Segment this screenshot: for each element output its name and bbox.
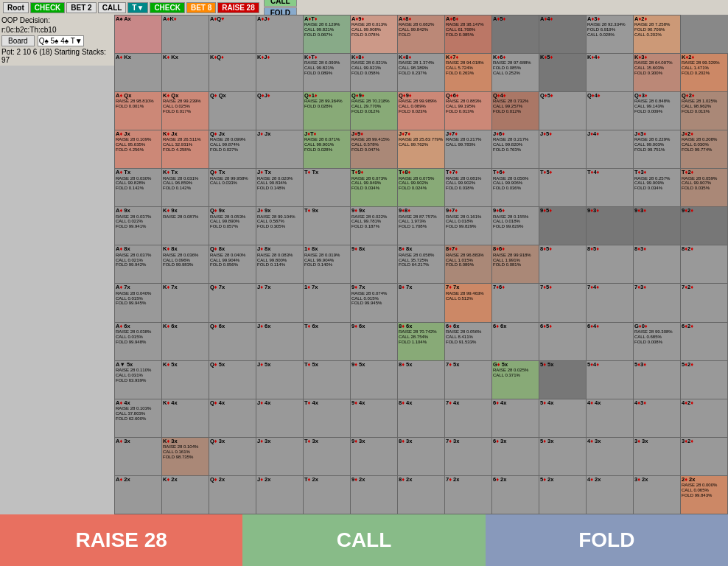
- table-cell-77s[interactable]: 7♦ 7x RAISE 28 99.463% CALL 0.512%: [445, 284, 492, 322]
- table-cell-65o[interactable]: G♦ 5x RAISE 28 0.025% CALL 0.371%: [492, 360, 539, 399]
- table-cell-Q8s[interactable]: Q♦9♦ RAISE 28 99.989% CALL 0.089% FOLD 0…: [398, 92, 445, 130]
- table-cell-K4o[interactable]: K♦ 4x: [162, 399, 209, 437]
- call-btn[interactable]: CALL: [98, 2, 127, 13]
- table-cell-T4s[interactable]: T♦4♦: [587, 169, 634, 207]
- table-cell-43s[interactable]: 4♦3♦: [634, 399, 681, 437]
- table-cell-53o[interactable]: 5♦ 3x: [539, 437, 587, 475]
- table-cell-KJs[interactable]: K♦J♦: [256, 54, 304, 92]
- table-cell-88s[interactable]: 8♦ 8x RAISE 28 0.058% CALL 35.725% FOLD …: [398, 245, 445, 284]
- table-cell-T3s[interactable]: T♦3♦ RAISE 28 0.257% CALL 99.909% FOLD 0…: [634, 169, 681, 207]
- table-cell-65s[interactable]: 6♦5♦: [539, 322, 587, 360]
- table-cell-T8s[interactable]: T♦8♦ RAISE 28 0.075% CALL 99.902% FOLD 0…: [398, 169, 445, 207]
- table-cell-AJs[interactable]: A♦J♦: [256, 15, 304, 54]
- table-cell-T5s[interactable]: T♦5♦: [539, 169, 587, 207]
- table-cell-A3s[interactable]: A♦2♦ RAISE 28 7.258% FOLD 90.706% CALL 0…: [634, 15, 681, 54]
- table-cell-K2s[interactable]: K♦2♦ RAISE 28 99.329% CALL 1.471% FOLD 0…: [681, 54, 728, 92]
- table-cell-94s[interactable]: 9♦3♦: [587, 207, 634, 245]
- table-cell-64o[interactable]: 6♦ 4x: [492, 399, 539, 437]
- table-cell-76o[interactable]: 6♦ 6x RAISE 28 0.056% CALL 8.411% FOLD 9…: [445, 322, 492, 360]
- table-cell-AKs[interactable]: A♠K♦: [162, 15, 209, 54]
- table-cell-K4s[interactable]: K♦4♦: [587, 54, 634, 92]
- table-cell-55s[interactable]: 5♦ 5x: [539, 360, 587, 399]
- table-cell-22s[interactable]: 2♦ 2x RAISE 28 0.000% CALL 0.065% FOLD 9…: [681, 475, 728, 514]
- table-cell-Ax-Ax[interactable]: A♠ Ax: [115, 15, 162, 54]
- table-cell-K3o[interactable]: K♦ 3x RAISE 28 0.104% CALL 0.161% FOLD 9…: [162, 437, 209, 475]
- table-cell-AQs[interactable]: A♦Q♥: [209, 15, 256, 54]
- table-cell-54s[interactable]: 5♦4♦: [587, 360, 634, 399]
- table-cell-Q6s[interactable]: Q♦4♦ RAISE 28 0.732% CALL 99.257% FOLD 0…: [492, 92, 539, 130]
- table-cell-32o[interactable]: 3♦ 2x: [634, 475, 681, 514]
- table-cell-JJs[interactable]: J♦ Jx: [256, 130, 304, 169]
- table-cell-J7s[interactable]: J♦7♦ RAISE 28 0.217% CALL 99.783%: [445, 130, 492, 169]
- table-cell-T3o[interactable]: T♦ 3x: [304, 437, 351, 475]
- table-cell-T8o[interactable]: 1♦ 8x RAISE 28 0.019% CALL 99.904% FOLD …: [304, 245, 351, 284]
- table-cell-Q2s[interactable]: Q♦2♦ RAISE 28 1.025% CALL 98.962% FOLD 0…: [681, 92, 728, 130]
- table-cell-63o[interactable]: 6♦ 3x: [492, 437, 539, 475]
- table-cell-93o[interactable]: 9♦ 3x: [351, 437, 398, 475]
- table-cell-QTo[interactable]: Q♦ Tx RAISE 28 99.958% CALL 0.033%: [209, 169, 256, 207]
- table-cell-33s[interactable]: 3♦ 3x: [634, 437, 681, 475]
- raise-action-button[interactable]: RAISE 28: [0, 514, 242, 566]
- table-cell-52o[interactable]: 5♦ 2x: [539, 475, 587, 514]
- table-cell-92s[interactable]: 9♦2♦: [681, 207, 728, 245]
- table-cell-74s[interactable]: 7♦4♦: [587, 284, 634, 322]
- table-cell-73o[interactable]: 7♦ 3x: [445, 437, 492, 475]
- table-cell-JTo[interactable]: J♦ Tx RAISE 28 0.020% CALL 99.834% FOLD …: [256, 169, 304, 207]
- table-cell-98o[interactable]: 9♦ 8x: [351, 245, 398, 284]
- table-cell-K6s[interactable]: K♦6♦ RAISE 28 97.688% FOLD 0.085% CALL 0…: [492, 54, 539, 92]
- table-cell-J7o[interactable]: J♦ 7x: [256, 284, 304, 322]
- table-cell-K7o[interactable]: K♦ 7x: [162, 284, 209, 322]
- table-cell-63s[interactable]: G♦0♦ RAISE 28 99.308% CALL 0.685% FOLD 0…: [634, 322, 681, 360]
- table-cell-J8o[interactable]: J♦ 8x RAISE 28 0.083% CALL 99.800% FOLD …: [256, 245, 304, 284]
- table-cell-K8s[interactable]: K♦8♦ RAISE 28 1.374% CALL 98.389% FOLD 0…: [398, 54, 445, 92]
- table-cell-72o[interactable]: 7♦ 2x: [445, 475, 492, 514]
- table-cell-94o[interactable]: 9♦ 4x: [351, 399, 398, 437]
- table-cell-53s[interactable]: 5♦3♦: [634, 360, 681, 399]
- table-cell-KKs[interactable]: K♦ Kx: [162, 54, 209, 92]
- table-cell-KTo[interactable]: K♦ Tx RAISE 28 0.031% CALL 96.859% FOLD …: [162, 169, 209, 207]
- table-cell-QJo[interactable]: Q♦ Jx RAISE 28 0.099% CALL 99.874% FOLD …: [209, 130, 256, 169]
- table-cell-T5o[interactable]: T♦ 5x: [304, 360, 351, 399]
- table-cell-TTs[interactable]: T♦ Tx: [304, 169, 351, 207]
- table-cell-KQs[interactable]: K♦Q♦: [209, 54, 256, 92]
- table-cell-T6o[interactable]: T♦ 6x: [304, 322, 351, 360]
- table-cell-75s[interactable]: 7♦5♦: [539, 284, 587, 322]
- table-cell-74o[interactable]: 7♦ 4x: [445, 399, 492, 437]
- table-cell-Q8o[interactable]: Q♦ 8x RAISE 28 0.040% CALL 99.904% FOLD …: [209, 245, 256, 284]
- bet8-btn[interactable]: BET 8: [186, 2, 216, 13]
- table-cell-T2s[interactable]: T♦2♦ RAISE 28 0.059% CALL 99.907% FOLD 0…: [681, 169, 728, 207]
- table-cell-K5s[interactable]: K♦5♦: [539, 54, 587, 92]
- table-cell-T9s[interactable]: T♦9♦ RAISE 28 0.073% CALL 99.949% FOLD 0…: [351, 169, 398, 207]
- table-cell-A9o[interactable]: A♦ 9x RAISE 28 0.037% CALL 0.022% FOLD 9…: [115, 207, 162, 245]
- table-cell-KQo[interactable]: K♦ Qx RAISE 28 99.239% CALL 0.025% FOLD …: [162, 92, 209, 130]
- table-cell-A6s[interactable]: A♦5♦: [492, 15, 539, 54]
- table-cell-K9s[interactable]: K♦8♦ RAISE 28 0.021% CALL 99.921% FOLD 0…: [351, 54, 398, 92]
- table-cell-ATs[interactable]: A♦T♦ RAISE 28 0.129% CALL 99.821% FOLD 0…: [304, 15, 351, 54]
- tv-btn[interactable]: T▼: [127, 2, 148, 13]
- table-cell-97o[interactable]: 9♦ 7x RAISE 28 0.074% CALL 0.015% FOLD 9…: [351, 284, 398, 322]
- table-cell-76s[interactable]: 7♦6♦: [492, 284, 539, 322]
- table-cell-99s[interactable]: 9♦ 9x RAISE 28 0.022% CALL 99.781% FOLD …: [351, 207, 398, 245]
- check-btn-1[interactable]: CHECK: [30, 2, 66, 13]
- table-cell-A8o[interactable]: A♦ 8x RAISE 28 0.037% CALL 0.021% FOLD 9…: [115, 245, 162, 284]
- table-cell-A2o[interactable]: A♦ 2x: [115, 475, 162, 514]
- table-cell-KTs[interactable]: K♦T♦ RAISE 28 0.090% CALL 99.821% FOLD 0…: [304, 54, 351, 92]
- table-cell-Q5o[interactable]: Q♦ 5x: [209, 360, 256, 399]
- table-cell-54o[interactable]: 5♦ 4x: [539, 399, 587, 437]
- table-cell-85s[interactable]: 8♦5♦: [539, 245, 587, 284]
- table-cell-82s[interactable]: 8♦2♦: [681, 245, 728, 284]
- sub-call-btn[interactable]: CALL: [264, 0, 297, 7]
- table-cell-J2s[interactable]: J♦2♦ RAISE 28 0.208% CALL 0.030% FOLD 99…: [681, 130, 728, 169]
- table-cell-62o[interactable]: 6♦ 2x: [492, 475, 539, 514]
- table-cell-Q3o[interactable]: Q♦ 3x: [209, 437, 256, 475]
- table-cell-85o[interactable]: 8♦ 5x: [398, 360, 445, 399]
- table-cell-A5o[interactable]: A▼ 5x RAISE 28 0.110% CALL 0.031% FOLD 6…: [115, 360, 162, 399]
- table-cell-75o[interactable]: 7♦ 5x: [445, 360, 492, 399]
- table-cell-87s[interactable]: 8♦7♦ RAISE 28 96.883% CALL 1.015% FOLD 0…: [445, 245, 492, 284]
- table-cell-QTs[interactable]: Q♦1♦ RAISE 28 99.364% FOLD 0.028%: [304, 92, 351, 130]
- table-cell-A8s[interactable]: A♦8♦ RAISE 28 0.082% CALL 99.842% FOLD: [398, 15, 445, 54]
- board-button[interactable]: Board: [1, 35, 35, 46]
- table-cell-K9o[interactable]: K♦ 9x RAISE 28 0.087%: [162, 207, 209, 245]
- table-cell-95o[interactable]: 9♦ 5x: [351, 360, 398, 399]
- table-cell-K7s[interactable]: K♦7♦ RAISE 28 94.018% CALL 5.724% FOLD 0…: [445, 54, 492, 92]
